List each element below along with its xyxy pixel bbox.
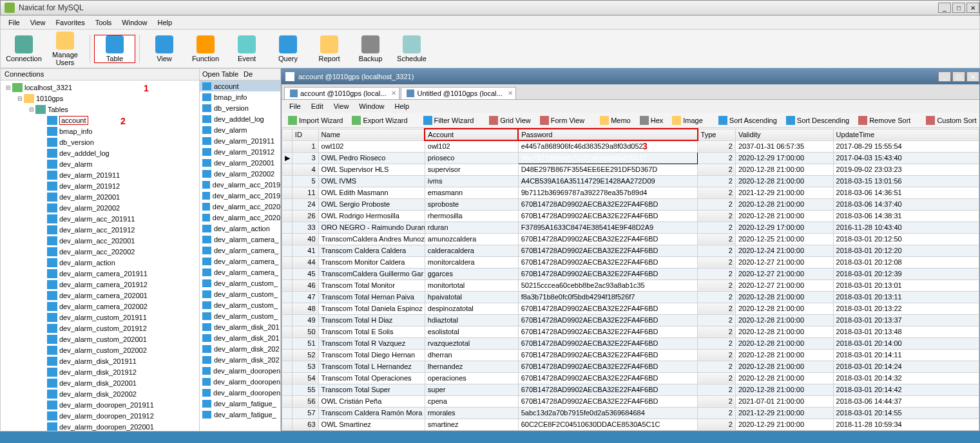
cell-type[interactable]: 2 [698,303,736,314]
remove-sort-button[interactable]: Remove Sort [854,115,914,126]
image-button[interactable]: Image [668,115,707,126]
cell-name[interactable]: Transcom Total Operaciones [318,372,425,384]
table-list-item[interactable]: dev_alarm_fatigue_ [200,398,280,409]
cell-validity[interactable]: 2020-12-28 21:00:00 [735,337,833,349]
cell-id[interactable]: 11 [292,187,318,198]
minimize-button[interactable]: _ [938,3,951,13]
table-list-item[interactable]: bmap_info [200,91,280,102]
cell-name[interactable]: OWL Edith Masmann [318,187,425,198]
cell-type[interactable]: 2 [698,337,736,349]
cell-password[interactable]: 670B14728AD9902AECBA32E22FA4F6BD [518,384,697,395]
cell-password[interactable]: 670B14728AD9902AECBA32E22FA4F6BD [518,303,697,314]
grid-view-button[interactable]: Grid View [485,115,534,126]
function-button[interactable]: Function [185,35,226,62]
cell-id[interactable]: 48 [292,303,318,314]
cell-name[interactable]: TranscomCaldera Guillermo Gar [318,268,425,279]
table-list-item[interactable]: dev_alarm_disk_201 [200,321,280,332]
import-wizard-button[interactable]: Import Wizard [284,115,347,126]
table-row[interactable]: ▶3OWL Pedro Riosecoprioseco96e79218965eb… [282,152,979,164]
tree-item-dev-alarm-dooropen-202001[interactable]: dev_alarm_dooropen_202001 [2,421,198,431]
cell-password[interactable]: e4457a868906fc46d383529a8f03d052 [518,140,697,152]
close-button[interactable]: ✕ [966,3,979,13]
inner-maximize-button[interactable]: □ [952,71,965,82]
tree-item-dev-alarm-202001[interactable]: dev_alarm_202001 [2,191,198,202]
cell-update[interactable]: 2018-03-01 20:12:08 [833,256,979,268]
cell-account[interactable]: monitorcaldera [425,256,518,268]
cell-type[interactable]: 2 [698,372,736,384]
cell-password[interactable]: 670B14728AD9902AECBA32E22FA4F6BD [518,395,697,407]
cell-type[interactable]: 2 [698,152,736,164]
cell-password[interactable]: 670B14728AD9902AECBA32E22FA4F6BD [518,337,697,349]
cell-update[interactable]: 2017-08-29 15:55:54 [833,140,979,152]
cell-account[interactable]: hpaivatotal [425,291,518,303]
cell-update[interactable]: 2018-03-01 20:13:22 [833,303,979,314]
tree-item-dev-alarm-202002[interactable]: dev_alarm_202002 [2,202,198,213]
cell-account[interactable]: calderacaldera [425,245,518,256]
data-menu-window[interactable]: Window [354,101,389,111]
manage-users-button[interactable]: Manage Users [44,32,86,66]
tree-item-dev-alarm[interactable]: dev_alarm [2,158,198,169]
cell-type[interactable]: 2 [698,314,736,326]
cell-id[interactable]: 1 [292,140,318,152]
tree-item-dev-alarm-acc-201912[interactable]: dev_alarm_acc_201912 [2,224,198,235]
table-list-item[interactable]: dev_alarm_dooropen [200,365,280,376]
cell-id[interactable]: 55 [292,384,318,395]
table-row[interactable]: 44Transcom Monitor Calderamonitorcaldera… [282,256,979,268]
cell-password[interactable]: 670B14728AD9902AECBA32E22FA4F6BD [518,349,697,361]
cell-password[interactable]: 60C2CE8F2C04510630DDACE8530A5C1C [518,419,697,430]
table-list-item[interactable]: dev_alarm [200,124,280,135]
cell-validity[interactable]: 2020-12-27 21:00:00 [735,268,833,279]
table-row[interactable]: 45TranscomCaldera Guillermo Garggarces67… [282,268,979,279]
tree-item-dev-alarm-acc-202001[interactable]: dev_alarm_acc_202001 [2,235,198,246]
tree-item-dev-alarm-dooropen-201912[interactable]: dev_alarm_dooropen_201912 [2,410,198,421]
data-grid-wrapper[interactable]: IDNameAccountPasswordTypeValidityUpdateT… [282,128,979,431]
menu-help[interactable]: Help [152,17,177,28]
col-header-name[interactable]: Name [318,129,425,140]
table-list-item[interactable]: dev_alarm_acc_2019 [200,190,280,201]
data-menu-view[interactable]: View [329,101,354,111]
tree-item-dev-alarm-201911[interactable]: dev_alarm_201911 [2,169,198,180]
cell-password[interactable]: 670B14728AD9902AECBA32E22FA4F6BD [518,268,697,279]
cell-validity[interactable]: 2020-12-28 21:00:00 [735,361,833,372]
cell-name[interactable]: Transcom Total Monitor [318,279,425,291]
cell-account[interactable]: sproboste [425,198,518,210]
table-row[interactable]: 56OWL Cristián Peñacpena670B14728AD9902A… [282,395,979,407]
table-list-item[interactable]: dev_alarm_dooropen [200,387,280,398]
cell-account[interactable]: smartinez [425,419,518,430]
table-list-item[interactable]: dev_alarm_custom_ [200,310,280,321]
table-row[interactable]: 54Transcom Total Operacionesoperaciones6… [282,372,979,384]
cell-update[interactable]: 2018-11-28 10:59:34 [833,419,979,430]
cell-update[interactable]: 2018-03-06 14:37:40 [833,198,979,210]
cell-validity[interactable]: 2021-12-29 21:00:00 [735,187,833,198]
table-row[interactable]: 26OWL Rodrigo Hermosillarhermosilla670B1… [282,210,979,222]
cell-id[interactable]: 33 [292,222,318,233]
table-list-item[interactable]: dev_alarm_camera_ [200,245,280,256]
table-row[interactable]: 63OWL Smartinezsmartinez60C2CE8F2C045106… [282,419,979,430]
open-table-button[interactable]: Open Table [202,70,238,79]
cell-type[interactable]: 2 [698,233,736,245]
table-list-item[interactable]: dev_alarm_custom_ [200,278,280,288]
cell-validity[interactable]: 2020-12-25 21:00:00 [735,233,833,245]
cell-account[interactable]: operaciones [425,372,518,384]
table-list-item[interactable]: dev_alarm_camera_ [200,256,280,267]
cell-id[interactable]: 4 [292,164,318,175]
inner-close-button[interactable]: ✕ [966,71,979,82]
design-table-button[interactable]: De [244,70,253,79]
tree-item-dev-alarm-acc-201911[interactable]: dev_alarm_acc_201911 [2,213,198,224]
table-row[interactable]: 50Transcom Total E Solisesolistotal670B1… [282,326,979,337]
menu-window[interactable]: Window [117,17,152,28]
cell-name[interactable]: Transcom Total Daniela Espinoz [318,303,425,314]
tree-item-dev-alarm-custom-201912[interactable]: dev_alarm_custom_201912 [2,323,198,334]
table-button[interactable]: Table [94,35,135,63]
col-header-id[interactable]: ID [292,129,318,140]
cell-account[interactable]: cpena [425,395,518,407]
cell-update[interactable]: 2019-09-02 23:03:23 [833,164,979,175]
cell-validity[interactable]: 2020-12-28 21:00:00 [735,326,833,337]
form-view-button[interactable]: Form View [536,115,588,126]
cell-id[interactable]: 51 [292,337,318,349]
table-list-item[interactable]: dev_adddel_log [200,113,280,124]
report-button[interactable]: Report [309,35,350,62]
cell-password[interactable]: 50215cccea60cebb8be2ac93a8ab1c35 [518,279,697,291]
cell-password[interactable]: f8a3b71b8e0fc0f5bdb4294f18f526f7 [518,291,697,303]
table-row[interactable]: 1owl102owl102e4457a868906fc46d383529a8f0… [282,140,979,152]
